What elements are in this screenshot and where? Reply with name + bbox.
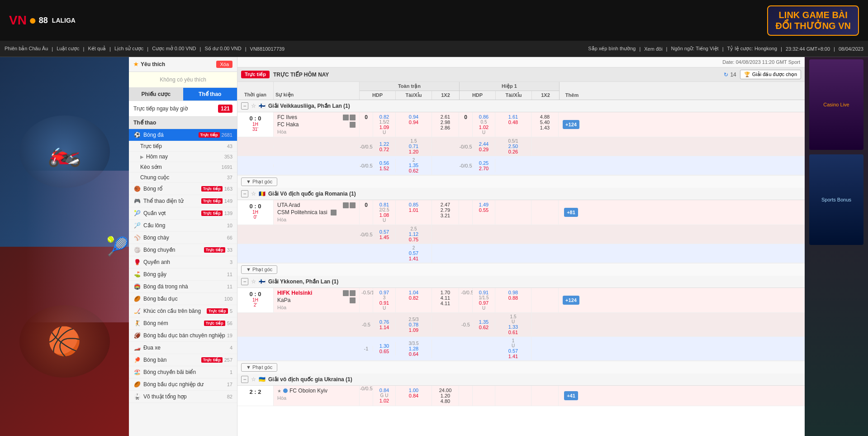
nav-phien-ban[interactable]: Phiên bản Châu Âu	[5, 46, 48, 52]
x12-3-0[interactable]: 2.86	[434, 125, 457, 130]
bong-chay-label: Bóng chày	[143, 235, 169, 241]
hdp2-0[interactable]: 1.09	[375, 125, 394, 130]
sidebar-item-esport[interactable]: 🎮 Thể thao điện tử Trực tiếp 149	[129, 195, 237, 207]
sidebar-item-cau-long[interactable]: 🏸 Cầu lông 10	[129, 220, 237, 232]
sidebar-item-quyen-anh[interactable]: 🥊 Quyền anh 3	[129, 256, 237, 268]
more-button-3[interactable]: +41	[564, 391, 578, 400]
h1-x12-1-0[interactable]: 4.88	[533, 114, 556, 120]
tx1-1[interactable]: 0.85	[398, 202, 430, 207]
team2-0[interactable]: FC Haka	[277, 121, 299, 128]
hdp2-1[interactable]: 1.08	[375, 212, 394, 218]
sub-h1-tx2-0-0[interactable]: 0.26	[497, 149, 530, 154]
team1-0[interactable]: FC Ilves	[277, 114, 297, 120]
golf-icon: ⛳	[133, 271, 141, 278]
tab-the-thao[interactable]: Thể thao	[183, 88, 237, 101]
bong-gay-count: 11	[227, 272, 232, 277]
sub-item-keo-som[interactable]: Kèo sớm 1691	[129, 162, 237, 172]
more-button-2[interactable]: +124	[563, 296, 579, 305]
nav-xem-doi[interactable]: Xem đôi	[644, 46, 662, 52]
sidebar-item-quan-vot[interactable]: 🎾 Quần vợt Trực tiếp 139	[129, 207, 237, 220]
nav-cuoc-mo[interactable]: Cược mở 0.00 VND	[152, 46, 196, 52]
game-bai-ad[interactable]: LINK GAME BÀIĐỔI THƯỞNG VN	[767, 5, 859, 36]
sub-h1-hdp2-0-1[interactable]: 2.70	[474, 166, 493, 171]
tx2-0[interactable]: 0.94	[398, 120, 430, 125]
sub-hdp1-0-0[interactable]: 1.22	[375, 141, 394, 147]
sub-tx2-0-1[interactable]: 0.62	[397, 168, 430, 173]
giai-dau-button[interactable]: 🏆 Giải đấu được chọn	[740, 70, 801, 79]
nav-sap-xep[interactable]: Sắp xếp bình thường	[588, 46, 636, 52]
sidebar-item-pingpong[interactable]: 🏓 Bóng bàn Trực tiếp 257	[129, 354, 237, 366]
sub-item-chung-cuoc[interactable]: Chung cuộc 37	[129, 172, 237, 183]
collapse-league-1[interactable]: −	[241, 190, 248, 197]
sidebar-item-bong-chuyen[interactable]: 🏐 Bóng chuyền Trực tiếp 33	[129, 244, 237, 256]
h1-hdp2-0[interactable]: 1.02	[474, 125, 493, 130]
penalty-button-1[interactable]: ▼ Phạt góc	[241, 265, 277, 274]
sub-tx2-0-0[interactable]: 1.20	[397, 149, 430, 154]
sidebar-item-bong-gay[interactable]: ⛳ Bóng gậy 11	[129, 268, 237, 281]
nav-ty-le[interactable]: Tỷ lệ cược: Hongkong	[727, 46, 778, 52]
team2-2[interactable]: KaPa	[277, 297, 290, 303]
h1-tx1-0[interactable]: 1.61	[497, 114, 529, 120]
sub-h1-tx1-0-0[interactable]: 2.50	[497, 144, 530, 149]
sidebar-item-bong-da[interactable]: ⚽ Bóng đá Trực tiếp 2681	[129, 129, 237, 141]
match-main-2: 0 : 0 1H 2' HIFK Helsinki KaPa	[237, 288, 805, 313]
live-now-button[interactable]: Trực tiếp ngay bây giờ 121	[129, 101, 237, 117]
sub-tx1-0-0[interactable]: 0.71	[397, 144, 430, 149]
sidebar-item-racing[interactable]: 🏎️ Đua xe 4	[129, 342, 237, 354]
refresh-icon[interactable]: ↻	[724, 72, 728, 78]
collapse-league-3[interactable]: −	[241, 376, 248, 383]
sub-item-truc-tiep[interactable]: Trực tiếp 43	[129, 141, 237, 152]
h1-x12-2-0[interactable]: 5.40	[533, 120, 556, 125]
hdp1-1[interactable]: 0.81	[375, 202, 394, 207]
collapse-league-2[interactable]: −	[241, 278, 248, 285]
sidebar-item-futsal[interactable]: 🏟️ Bóng đá trong nhà 11	[129, 281, 237, 293]
sidebar-item-bong-chay[interactable]: ⚾ Bóng chày 66	[129, 232, 237, 244]
sidebar-item-handball[interactable]: 🤾 Bóng ném Trực tiếp 56	[129, 317, 237, 330]
more-button-1[interactable]: +81	[564, 208, 578, 217]
hdp1-0[interactable]: 0.82	[375, 114, 394, 120]
penalty-button-0[interactable]: ▼ Phạt góc	[241, 177, 277, 186]
sub-tx1-0-1[interactable]: 1.35	[397, 163, 430, 168]
sidebar-item-bong-ro[interactable]: 🏀 Bóng rổ Trực tiếp 163	[129, 183, 237, 195]
sidebar-item-beach-vb[interactable]: 🏖️ Bóng chuyền bãi biển 1	[129, 366, 237, 379]
tx2-1[interactable]: 1.01	[398, 207, 430, 213]
penalty-button-2[interactable]: ▼ Phạt góc	[241, 363, 277, 372]
pingpong-count: 257	[224, 357, 232, 363]
sidebar-item-mma[interactable]: 🥋 Võ thuật tổng hợp 82	[129, 391, 237, 403]
sub-item-hom-nay[interactable]: ▶ Hôm nay 353	[129, 152, 237, 162]
nav-lich-su[interactable]: Lịch sử cược	[114, 46, 143, 52]
sub-hdp2-0-0[interactable]: 0.72	[375, 147, 394, 152]
sidebar-item-rugby-am[interactable]: 🏉 Bóng bầu dục nghiệp dư 17	[129, 379, 237, 391]
logo-88: 88	[39, 16, 48, 25]
sidebar-item-rugby-semi[interactable]: 🏈 Bóng bầu dục bán chuyên nghiệp 19	[129, 330, 237, 342]
hockey-live-badge: Trực tiếp	[207, 308, 228, 314]
sub-h1-hdp1-0-1[interactable]: 0.25	[474, 160, 493, 166]
nav-ngon-ngu[interactable]: Ngôn ngữ: Tiếng Việt	[671, 46, 718, 52]
team1-1[interactable]: UTA Arad	[277, 202, 300, 208]
x12-2-0[interactable]: 2.98	[434, 120, 457, 125]
h1-x12-3-0[interactable]: 1.43	[533, 125, 556, 130]
more-button-0[interactable]: +124	[563, 120, 579, 129]
tx1-0[interactable]: 0.94	[398, 114, 430, 120]
team1-3[interactable]: FC Obolon Kyiv	[289, 388, 327, 394]
sub-hdp1-0-1[interactable]: 0.56	[375, 160, 394, 166]
nav-so-du[interactable]: Số dư 0.00 VND	[204, 46, 241, 52]
collapse-league-0[interactable]: −	[241, 102, 248, 110]
sidebar-item-hockey[interactable]: 🏒 Khúc côn cầu trên băng Trực tiếp 5	[129, 305, 237, 317]
xoa-button[interactable]: Xóa	[216, 61, 232, 68]
team1-2[interactable]: HIFK Helsinki	[277, 290, 312, 296]
x12-1-0[interactable]: 2.61	[434, 114, 457, 120]
nav-ket-qua[interactable]: Kết quả	[88, 46, 106, 52]
h1-tx2-0[interactable]: 0.48	[497, 120, 529, 125]
team2-1[interactable]: CSM Politehnica Iasi	[277, 209, 327, 216]
sub-h1-tx-line-0-0: 0.5/1	[497, 139, 530, 144]
sub-h1-hdp1-0-0[interactable]: 2.44	[474, 141, 493, 147]
sub-h1-hdp2-0-0[interactable]: 0.29	[474, 147, 493, 152]
nav-luat-cuoc[interactable]: Luật cược	[57, 46, 79, 52]
h1-hdp1-0[interactable]: 0.86	[474, 114, 493, 120]
sidebar-item-rugby[interactable]: 🏉 Bóng bầu dục 100	[129, 293, 237, 305]
sidebar-tabs: Phiếu cược Thể thao	[129, 88, 237, 101]
sub-hdp2-0-1[interactable]: 1.52	[375, 166, 394, 171]
tab-phieu-cuoc[interactable]: Phiếu cược	[129, 88, 183, 101]
game-bai-text: LINK GAME BÀIĐỔI THƯỞNG VN	[775, 10, 851, 31]
